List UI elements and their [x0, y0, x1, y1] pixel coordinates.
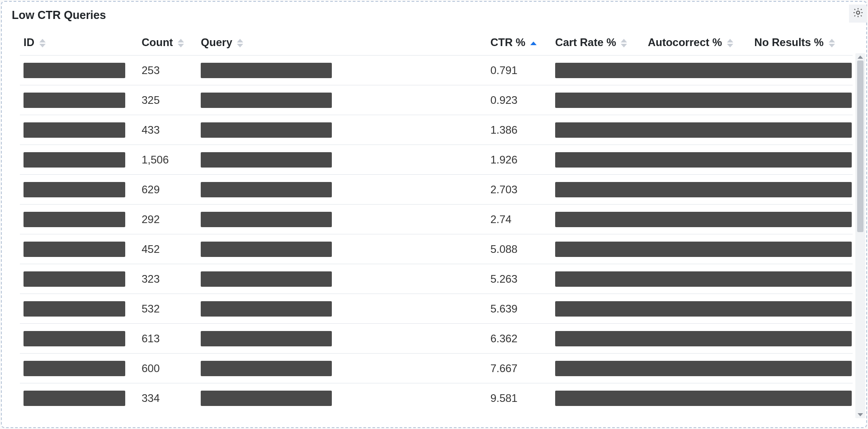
cell-id [20, 115, 138, 145]
table-row[interactable]: 4331.386 [20, 115, 853, 145]
sort-icon [178, 39, 184, 47]
sort-icon [727, 39, 733, 47]
cell-id [20, 383, 138, 413]
col-header-count[interactable]: Count [138, 31, 197, 56]
redacted-block [24, 242, 125, 257]
cell-id [20, 145, 138, 175]
cell-id [20, 324, 138, 354]
table-row[interactable]: 1,5061.926 [20, 145, 853, 175]
table-row[interactable]: 6007.667 [20, 354, 853, 383]
cell-count: 325 [138, 85, 197, 115]
sort-icon [829, 39, 835, 47]
cell-ctr: 5.639 [487, 294, 552, 324]
cell-ctr: 1.386 [487, 115, 552, 145]
col-label: ID [24, 36, 34, 48]
redacted-block [24, 331, 125, 346]
cell-cart-auto-nores [552, 264, 853, 294]
col-header-id[interactable]: ID [20, 31, 138, 56]
col-header-no-results[interactable]: No Results % [751, 31, 853, 56]
col-label: Cart Rate % [555, 36, 616, 48]
cell-cart-auto-nores [552, 145, 853, 175]
table-row[interactable]: 2922.74 [20, 205, 853, 234]
cell-cart-auto-nores [552, 205, 853, 234]
sort-icon [621, 39, 627, 47]
redacted-block [201, 152, 332, 168]
col-label: CTR % [491, 36, 525, 48]
redacted-block [201, 242, 332, 257]
cell-cart-auto-nores [552, 175, 853, 205]
redacted-block [24, 93, 125, 108]
cell-ctr: 1.926 [487, 145, 552, 175]
table-row[interactable]: 3250.923 [20, 85, 853, 115]
redacted-block [555, 271, 852, 287]
redacted-block [201, 182, 332, 197]
table-row[interactable]: 3349.581 [20, 383, 853, 413]
panel-settings-button[interactable] [849, 5, 867, 23]
redacted-block [555, 391, 852, 406]
cell-query [197, 85, 486, 115]
cell-ctr: 2.74 [487, 205, 552, 234]
redacted-block [555, 152, 852, 168]
redacted-block [555, 212, 852, 227]
col-header-cart-rate[interactable]: Cart Rate % [552, 31, 644, 56]
cell-query [197, 145, 486, 175]
redacted-block [201, 361, 332, 376]
col-header-query[interactable]: Query [197, 31, 486, 56]
col-label: Autocorrect % [648, 36, 722, 48]
redacted-block [201, 271, 332, 287]
cell-count: 433 [138, 115, 197, 145]
cell-count: 253 [138, 56, 197, 85]
cell-id [20, 56, 138, 85]
redacted-block [201, 331, 332, 346]
cell-cart-auto-nores [552, 354, 853, 383]
redacted-block [555, 93, 852, 108]
table-row[interactable]: 6136.362 [20, 324, 853, 354]
vertical-scrollbar[interactable] [855, 53, 865, 418]
cell-id [20, 264, 138, 294]
cell-cart-auto-nores [552, 294, 853, 324]
redacted-block [555, 63, 852, 78]
cell-ctr: 5.088 [487, 234, 552, 264]
redacted-block [24, 152, 125, 168]
col-header-ctr[interactable]: CTR % [487, 31, 552, 56]
redacted-block [24, 271, 125, 287]
scrollbar-thumb[interactable] [857, 61, 863, 232]
cell-query [197, 264, 486, 294]
redacted-block [24, 361, 125, 376]
table-row[interactable]: 5325.639 [20, 294, 853, 324]
table-row[interactable]: 3235.263 [20, 264, 853, 294]
svg-point-0 [857, 11, 860, 14]
scroll-up-arrow-icon[interactable] [855, 53, 865, 61]
table-row[interactable]: 6292.703 [20, 175, 853, 205]
queries-table: ID Count Query [20, 31, 853, 413]
sort-icon [237, 39, 243, 47]
redacted-block [201, 301, 332, 317]
redacted-block [201, 93, 332, 108]
redacted-block [201, 122, 332, 138]
redacted-block [24, 301, 125, 317]
cell-count: 334 [138, 383, 197, 413]
panel-title: Low CTR Queries [12, 9, 106, 21]
redacted-block [24, 182, 125, 197]
scroll-down-arrow-icon[interactable] [855, 411, 865, 418]
redacted-block [555, 122, 852, 138]
table-row[interactable]: 2530.791 [20, 56, 853, 85]
redacted-block [555, 301, 852, 317]
sort-asc-active-icon [530, 42, 537, 45]
cell-id [20, 294, 138, 324]
redacted-block [555, 331, 852, 346]
cell-query [197, 324, 486, 354]
cell-query [197, 175, 486, 205]
cell-cart-auto-nores [552, 234, 853, 264]
col-header-autocorrect[interactable]: Autocorrect % [644, 31, 751, 56]
cell-cart-auto-nores [552, 85, 853, 115]
cell-id [20, 354, 138, 383]
cell-cart-auto-nores [552, 324, 853, 354]
cell-ctr: 6.362 [487, 324, 552, 354]
cell-count: 452 [138, 234, 197, 264]
cell-cart-auto-nores [552, 115, 853, 145]
table-row[interactable]: 4525.088 [20, 234, 853, 264]
redacted-block [24, 63, 125, 78]
cell-count: 613 [138, 324, 197, 354]
cell-id [20, 85, 138, 115]
